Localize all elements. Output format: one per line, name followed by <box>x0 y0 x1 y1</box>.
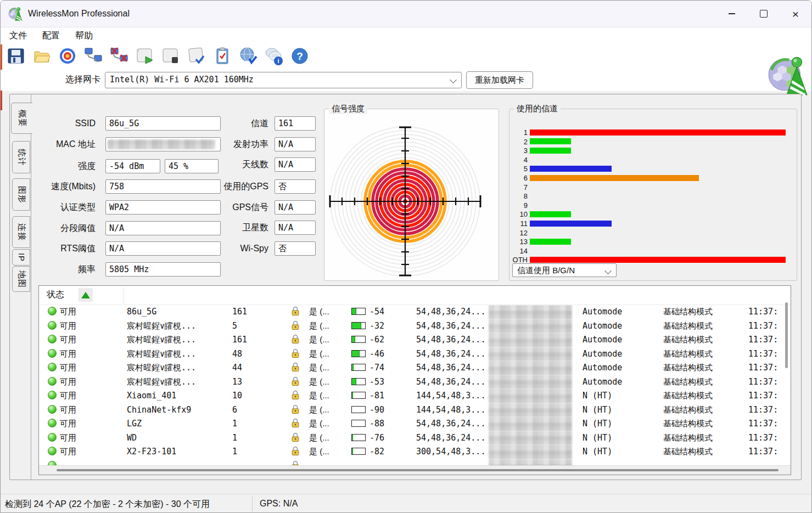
supported-cell: 是 (... <box>309 433 348 443</box>
field-value-box[interactable]: N/A <box>275 157 316 172</box>
time-cell: 11:37: <box>748 307 778 317</box>
tab-IP[interactable]: IP <box>12 249 30 266</box>
field-label: 卫星数 <box>191 221 268 235</box>
table-row[interactable]: 可用ChinaNet-kfx96是 (...-90144,54,48,3...N… <box>39 403 791 418</box>
menu-item-2[interactable]: 配置 <box>36 29 66 43</box>
tab-连接[interactable]: 连接 <box>12 216 30 248</box>
channels-in-use-title: 使用的信道 <box>514 104 561 114</box>
log-start-button[interactable] <box>135 47 155 67</box>
disconnect-button[interactable] <box>109 47 130 67</box>
redacted-mac-cell <box>489 305 572 319</box>
rates-cell: 54,48,36,24... <box>416 321 485 331</box>
open-button[interactable] <box>31 47 52 67</box>
signal-level-box <box>351 420 366 427</box>
field-value-box[interactable]: 161 <box>275 116 316 131</box>
channel-label-4: 4 <box>509 156 528 164</box>
channel-label-5: 5 <box>509 165 528 172</box>
status-column-header[interactable]: 状态 <box>47 289 64 301</box>
report-button[interactable] <box>212 47 233 67</box>
rates-cell: 54,48,36,24... <box>416 377 485 387</box>
signal-level-box <box>351 406 366 413</box>
channel-label-3: 3 <box>509 147 528 154</box>
dbm-cell: -54 <box>369 307 384 317</box>
network-type-cell: 基础结构模式 <box>663 447 713 457</box>
table-row[interactable]: 可用宸村暒鍟∨皬梘...48是 (...-4654,48,36,24...Aut… <box>39 347 791 362</box>
tab-地图[interactable]: 地图 <box>12 266 30 292</box>
ap-table-header[interactable]: 状态 <box>39 286 791 305</box>
channel-bar-13 <box>530 239 571 245</box>
save-button[interactable] <box>5 47 26 67</box>
signal-level-fill <box>352 392 353 398</box>
adapter-select[interactable]: Intel(R) Wi-Fi 6 AX201 160MHz <box>105 72 462 88</box>
table-row[interactable]: 可用Xiaomi_40110是 (...-81144,54,48,3...N (… <box>39 389 791 403</box>
ssid-cell: WD <box>127 433 137 443</box>
field-value-box[interactable]: 否 <box>275 241 316 256</box>
available-status-icon <box>48 307 57 315</box>
web-check-icon <box>238 46 258 68</box>
horizontal-scrollbar-thumb[interactable] <box>57 469 779 471</box>
minimize-button[interactable] <box>716 1 748 27</box>
menu-item-3[interactable]: 帮助 <box>69 29 99 43</box>
channels-in-use-groupbox: 使用的信道 1234567891011121314OTH 信道使用 B/G/N <box>509 109 797 281</box>
maximize-button[interactable] <box>748 1 780 27</box>
channel-cell: 48 <box>232 349 242 359</box>
field-value-box[interactable]: 5805 MHz <box>105 262 221 277</box>
time-cell: 11:37: <box>748 405 778 415</box>
reload-adapter-button[interactable]: 重新加载网卡 <box>466 71 533 89</box>
available-status-icon <box>48 349 57 358</box>
log-verify-button[interactable] <box>186 47 207 67</box>
field-label: 速度(Mbits) <box>21 179 96 194</box>
table-row[interactable]: 可用宸村暒鍟∨皬梘...13是 (...-5354,48,36,24...Aut… <box>39 375 791 390</box>
field-value-box[interactable]: N/A <box>275 221 316 235</box>
close-button[interactable]: × <box>780 1 811 27</box>
table-row[interactable]: 可用WD1是 (...-7654,48,36,24...N (HT)基础结构模式… <box>39 431 791 446</box>
field-label: 信道 <box>191 116 268 131</box>
status-cell: 可用 <box>60 377 76 387</box>
field-value-box[interactable]: -54 dBm <box>105 159 160 173</box>
target-button[interactable] <box>57 47 78 67</box>
mode-cell: Automode <box>583 377 622 387</box>
field-value-box[interactable]: N/A <box>275 200 316 215</box>
channel-bar-2 <box>530 138 571 144</box>
network-type-cell: 基础结构模式 <box>663 307 713 317</box>
table-row[interactable]: 可用宸村暒鍟∨皬梘...44是 (...-7454,48,36,24...Aut… <box>39 361 791 375</box>
vertical-scrollbar-thumb[interactable] <box>785 302 788 368</box>
time-cell: 11:37: <box>748 321 778 331</box>
ssid-cell: X2-F23-101 <box>127 447 176 456</box>
status-cell: 可用 <box>60 447 76 457</box>
mode-cell: Automode <box>583 335 622 345</box>
menu-item-1[interactable]: 文件 <box>3 29 33 43</box>
tab-概要[interactable]: 概要 <box>11 103 32 134</box>
help-button[interactable]: ? <box>289 47 310 67</box>
field-value-box[interactable]: 否 <box>275 179 316 194</box>
redacted-mac-cell <box>489 361 572 375</box>
channel-filter-select[interactable]: 信道使用 B/G/N <box>512 263 617 277</box>
info-button[interactable]: i <box>264 47 284 67</box>
wirelessmon-logo <box>766 53 810 97</box>
horizontal-scrollbar[interactable] <box>39 465 791 475</box>
tab-图形[interactable]: 图形 <box>12 178 30 211</box>
signal-level-box <box>351 378 366 385</box>
log-stop-button[interactable] <box>160 47 181 67</box>
field-label: Wi-Spy <box>191 241 268 256</box>
table-row[interactable]: 可用宸村暒鍟∨皬梘...161是 (...-6254,48,36,24...Au… <box>39 333 791 347</box>
mode-cell: N (HT) <box>583 405 612 415</box>
connect-button[interactable] <box>83 47 104 67</box>
table-row[interactable]: 可用X2-F23-1011是 (...-82300,54,48,3...N (H… <box>39 445 791 459</box>
channel-filter-value: 信道使用 B/G/N <box>517 266 575 275</box>
adapter-label: 选择网卡 <box>12 74 100 86</box>
channel-label-1: 1 <box>509 129 528 136</box>
web-check-button[interactable] <box>238 47 259 67</box>
field-value-box[interactable]: N/A <box>275 137 316 151</box>
signal-level-fill <box>352 435 353 441</box>
menu-bar: 文件配置帮助 <box>1 27 811 44</box>
supported-cell: 是 (... <box>309 307 348 317</box>
table-row[interactable]: 可用86u_5G161是 (...-5454,48,36,24...Automo… <box>39 305 791 319</box>
close-icon: × <box>792 8 799 20</box>
table-row[interactable]: 可用LGZ1是 (...-8854,48,36,24...N (HT)基础结构模… <box>39 417 791 431</box>
disconnect-icon <box>109 46 129 68</box>
mode-cell: N (HT) <box>583 447 612 456</box>
status-cell: 可用 <box>60 307 76 317</box>
tab-统计[interactable]: 统计 <box>12 141 30 173</box>
table-row[interactable]: 可用宸村暒鍟∨皬梘...5是 (...-3254,48,36,24...Auto… <box>39 319 791 334</box>
